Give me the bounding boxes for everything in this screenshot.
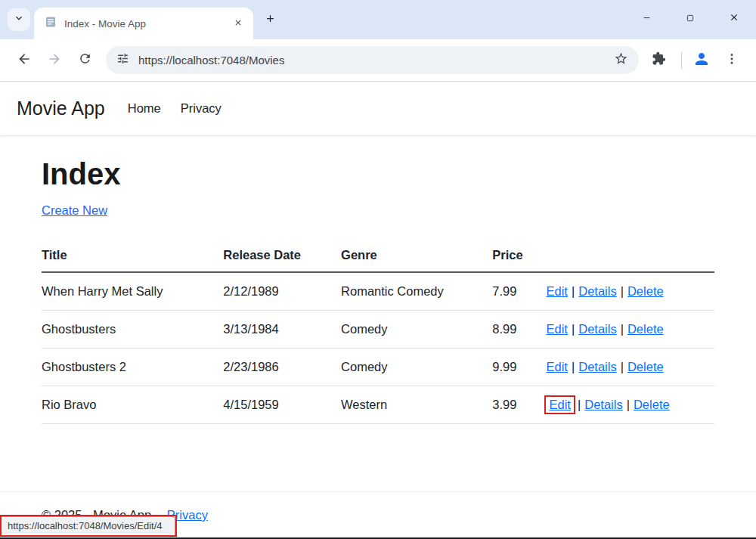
minimize-icon bbox=[642, 12, 652, 26]
details-link[interactable]: Details bbox=[578, 284, 616, 298]
site-navbar: Movie App Home Privacy bbox=[0, 82, 756, 136]
nav-link-home[interactable]: Home bbox=[128, 101, 161, 116]
column-header-price: Price bbox=[492, 240, 546, 272]
navbar-brand[interactable]: Movie App bbox=[17, 98, 105, 119]
create-new-link[interactable]: Create New bbox=[42, 203, 107, 217]
action-separator: | bbox=[572, 322, 575, 336]
browser-window: Index - Movie App bbox=[0, 0, 756, 539]
page-title: Index bbox=[42, 157, 714, 191]
window-controls bbox=[624, 0, 756, 38]
bookmark-star-icon[interactable] bbox=[614, 51, 628, 69]
action-separator: | bbox=[621, 360, 624, 373]
annotation-edit-highlight: Edit bbox=[544, 395, 575, 414]
cell-price: 8.99 bbox=[492, 311, 546, 348]
extensions-button[interactable] bbox=[645, 47, 672, 74]
reload-button[interactable] bbox=[71, 47, 98, 74]
chevron-down-icon bbox=[13, 12, 25, 27]
profile-avatar-button[interactable] bbox=[688, 47, 715, 74]
annotation-statusbar-highlight: https://localhost:7048/Movies/Edit/4 bbox=[0, 515, 177, 537]
cell-price: 3.99 bbox=[492, 386, 546, 424]
browser-tab[interactable]: Index - Movie App bbox=[34, 8, 253, 39]
cell-actions: Edit|Details|Delete bbox=[546, 272, 714, 311]
column-header-title: Title bbox=[42, 240, 223, 272]
maximize-button[interactable] bbox=[668, 0, 712, 38]
plus-icon bbox=[265, 13, 276, 27]
page-viewport: Movie App Home Privacy Index Create New … bbox=[0, 82, 756, 537]
table-row: Ghostbusters 2 2/23/1986 Comedy 9.99 Edi… bbox=[42, 348, 714, 386]
window-close-button[interactable] bbox=[712, 0, 756, 38]
cell-title: Rio Bravo bbox=[42, 386, 223, 424]
reload-icon bbox=[78, 51, 92, 69]
action-separator: | bbox=[621, 284, 624, 298]
puzzle-icon bbox=[652, 51, 666, 69]
edit-link[interactable]: Edit bbox=[549, 398, 570, 411]
action-separator: | bbox=[578, 398, 581, 411]
main-content: Index Create New Title Release Date Genr… bbox=[0, 157, 756, 424]
status-url-text: https://localhost:7048/Movies/Edit/4 bbox=[8, 520, 163, 531]
nav-link-privacy[interactable]: Privacy bbox=[181, 101, 222, 116]
details-link[interactable]: Details bbox=[578, 322, 616, 336]
back-button[interactable] bbox=[11, 47, 38, 74]
cell-release-date: 2/23/1986 bbox=[223, 348, 341, 386]
edit-link[interactable]: Edit bbox=[546, 284, 567, 298]
delete-link[interactable]: Delete bbox=[627, 322, 664, 336]
action-separator: | bbox=[627, 398, 630, 411]
table-row: Rio Bravo 4/15/1959 Western 3.99 Edit|De… bbox=[42, 386, 714, 424]
cell-actions: Edit|Details|Delete bbox=[546, 386, 714, 424]
tab-search-button[interactable] bbox=[8, 8, 30, 31]
new-tab-button[interactable] bbox=[258, 8, 282, 32]
arrow-right-icon bbox=[47, 51, 62, 70]
maximize-icon bbox=[686, 12, 695, 26]
cell-actions: Edit|Details|Delete bbox=[546, 311, 714, 348]
tab-strip: Index - Movie App bbox=[0, 0, 756, 39]
cell-title: Ghostbusters 2 bbox=[42, 348, 223, 386]
table-header-row: Title Release Date Genre Price bbox=[42, 240, 714, 272]
cell-price: 9.99 bbox=[492, 348, 546, 386]
cell-title: When Harry Met Sally bbox=[42, 272, 223, 311]
column-header-genre: Genre bbox=[341, 240, 492, 272]
url-text: https://localhost:7048/Movies bbox=[138, 54, 614, 67]
delete-link[interactable]: Delete bbox=[627, 284, 664, 298]
details-link[interactable]: Details bbox=[578, 360, 616, 373]
column-header-release-date: Release Date bbox=[223, 240, 341, 272]
person-icon bbox=[692, 50, 711, 71]
edit-link[interactable]: Edit bbox=[546, 360, 567, 373]
delete-link[interactable]: Delete bbox=[627, 360, 664, 373]
action-separator: | bbox=[572, 360, 575, 373]
minimize-button[interactable] bbox=[624, 0, 668, 38]
browser-toolbar: https://localhost:7048/Movies bbox=[0, 39, 756, 82]
delete-link[interactable]: Delete bbox=[634, 398, 670, 411]
table-row: Ghostbusters 3/13/1984 Comedy 8.99 Edit|… bbox=[42, 311, 714, 348]
cell-genre: Comedy bbox=[341, 348, 492, 386]
arrow-left-icon bbox=[17, 51, 32, 70]
movies-table: Title Release Date Genre Price When Harr… bbox=[42, 240, 714, 424]
cell-release-date: 2/12/1989 bbox=[223, 272, 341, 311]
three-dots-icon bbox=[725, 52, 739, 69]
action-separator: | bbox=[621, 322, 624, 336]
action-separator: | bbox=[572, 284, 575, 298]
status-bubble: https://localhost:7048/Movies/Edit/4 bbox=[2, 516, 175, 535]
cell-genre: Comedy bbox=[341, 311, 492, 348]
close-icon bbox=[234, 17, 243, 30]
cell-title: Ghostbusters bbox=[42, 311, 223, 348]
table-row: When Harry Met Sally 2/12/1989 Romantic … bbox=[42, 272, 714, 311]
tab-close-button[interactable] bbox=[231, 16, 246, 31]
cell-release-date: 3/13/1984 bbox=[223, 311, 341, 348]
menu-button[interactable] bbox=[718, 47, 745, 74]
site-settings-icon[interactable] bbox=[116, 52, 129, 68]
cell-price: 7.99 bbox=[492, 272, 546, 311]
edit-link[interactable]: Edit bbox=[546, 322, 567, 336]
forward-button[interactable] bbox=[41, 47, 68, 74]
column-header-actions bbox=[546, 240, 714, 272]
tab-title: Index - Movie App bbox=[64, 18, 223, 29]
cell-genre: Romantic Comedy bbox=[341, 272, 492, 311]
cell-genre: Western bbox=[341, 386, 492, 424]
favicon-icon bbox=[45, 16, 57, 31]
address-bar[interactable]: https://localhost:7048/Movies bbox=[106, 46, 639, 74]
details-link[interactable]: Details bbox=[584, 398, 622, 411]
cell-release-date: 4/15/1959 bbox=[223, 386, 341, 424]
toolbar-divider bbox=[681, 52, 682, 69]
close-icon bbox=[729, 12, 739, 26]
cell-actions: Edit|Details|Delete bbox=[546, 348, 714, 386]
